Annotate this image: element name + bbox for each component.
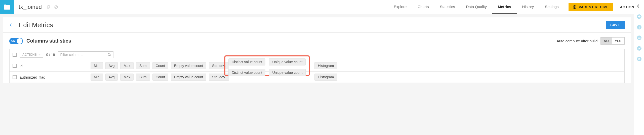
row-checkbox[interactable] — [13, 75, 17, 79]
refresh-disabled-icon — [54, 5, 58, 9]
table-controls: ACTIONS 0 / 19 — [10, 49, 624, 60]
columns-statistics-section: ON Columns statistics Auto compute after… — [3, 33, 631, 83]
toggle-on-label: ON — [11, 40, 15, 42]
auto-compute-label: Auto compute after build: — [557, 39, 599, 43]
stat-max[interactable]: Max — [120, 74, 133, 81]
top-header: tx_joined Explore Charts Statistics Data… — [0, 0, 644, 14]
tab-charts[interactable]: Charts — [412, 0, 434, 14]
stat-min[interactable]: Min — [91, 74, 103, 81]
save-button[interactable]: SAVE — [606, 21, 625, 29]
parent-recipe-button[interactable]: PARENT RECIPE — [569, 3, 613, 11]
svg-rect-11 — [638, 37, 640, 37]
columns-table: ACTIONS 0 / 19 id Min — [9, 49, 625, 83]
svg-rect-12 — [638, 38, 640, 38]
search-icon — [108, 53, 111, 56]
stat-max[interactable]: Max — [120, 62, 133, 69]
svg-line-3 — [55, 6, 57, 8]
selection-counter: 0 / 19 — [46, 53, 55, 57]
stat-distinct-count[interactable]: Distinct value count — [228, 58, 265, 65]
section-header: ON Columns statistics Auto compute after… — [9, 37, 625, 45]
page-title: Edit Metrics — [19, 21, 53, 29]
tab-statistics[interactable]: Statistics — [434, 0, 460, 14]
svg-point-14 — [637, 46, 641, 51]
stat-unique-count[interactable]: Unique value count — [269, 69, 306, 76]
dataset-mini-icons — [42, 5, 58, 9]
svg-rect-13 — [638, 38, 640, 39]
play-circle-icon[interactable] — [637, 56, 642, 61]
stat-avg[interactable]: Avg — [105, 62, 118, 69]
chevron-down-icon — [38, 54, 41, 55]
stat-unique-count[interactable]: Unique value count — [269, 58, 306, 65]
table-row: authorized_flag Min Avg Max Sum Count Em… — [10, 72, 624, 83]
dataset-folder-icon[interactable] — [0, 0, 14, 14]
filter-column-wrap — [58, 51, 113, 58]
yes-button[interactable]: YES — [612, 38, 624, 44]
back-arrow-link[interactable] — [9, 23, 14, 27]
column-name: id — [20, 64, 88, 68]
stat-min[interactable]: Min — [91, 62, 103, 69]
stat-count[interactable]: Count — [152, 62, 168, 69]
tab-history[interactable]: History — [517, 0, 540, 14]
right-rail — [634, 0, 644, 86]
tab-metrics[interactable]: Metrics — [492, 0, 517, 14]
tab-data-quality[interactable]: Data Quality — [461, 0, 493, 14]
stat-avg[interactable]: Avg — [105, 74, 118, 81]
tab-explore[interactable]: Explore — [388, 0, 412, 14]
back-arrow-icon[interactable] — [637, 4, 642, 9]
stat-pills-row2: Min Avg Max Sum Count Empty value count … — [91, 74, 229, 81]
highlight-annotation: Distinct value count Unique value count … — [224, 55, 310, 76]
edit-metrics-bar: Edit Metrics SAVE — [3, 17, 631, 33]
stat-histogram[interactable]: Histogram — [314, 62, 337, 69]
header-tabs: Explore Charts Statistics Data Quality M… — [388, 0, 564, 14]
toggle-knob — [17, 38, 22, 44]
list-circle-icon[interactable] — [637, 35, 642, 40]
svg-point-8 — [639, 26, 639, 27]
check-circle-icon[interactable] — [637, 46, 642, 51]
stat-empty-count[interactable]: Empty value count — [171, 62, 206, 69]
no-button[interactable]: NO — [601, 38, 612, 44]
table-row: id Min Avg Max Sum Count Empty value cou… — [10, 60, 624, 72]
copy-icon[interactable] — [47, 5, 51, 9]
stat-histogram[interactable]: Histogram — [314, 74, 337, 81]
info-circle-icon[interactable] — [637, 25, 642, 30]
svg-line-17 — [110, 55, 111, 56]
column-name: authorized_flag — [20, 75, 88, 79]
stat-sum[interactable]: Sum — [136, 74, 150, 81]
table-actions-dropdown[interactable]: ACTIONS — [20, 52, 43, 58]
stat-distinct-count[interactable]: Distinct value count — [228, 69, 265, 76]
svg-rect-9 — [639, 27, 639, 29]
stat-count[interactable]: Count — [152, 74, 168, 81]
stat-empty-count[interactable]: Empty value count — [171, 74, 206, 81]
svg-point-5 — [574, 6, 575, 8]
stat-pills-row1: Min Avg Max Sum Count Empty value count … — [91, 62, 229, 69]
svg-point-16 — [108, 53, 110, 56]
target-icon — [573, 5, 577, 9]
row-checkbox[interactable] — [13, 64, 17, 68]
select-all-checkbox[interactable] — [13, 53, 17, 57]
stat-sum[interactable]: Sum — [136, 62, 150, 69]
section-title: Columns statistics — [26, 38, 71, 44]
plus-circle-icon[interactable] — [637, 14, 642, 19]
tab-settings[interactable]: Settings — [539, 0, 564, 14]
filter-column-input[interactable] — [60, 53, 108, 57]
dataset-name: tx_joined — [14, 4, 42, 10]
section-toggle[interactable]: ON — [9, 38, 23, 44]
yes-no-group: NO YES — [600, 37, 625, 45]
auto-compute-group: Auto compute after build: NO YES — [557, 37, 625, 45]
